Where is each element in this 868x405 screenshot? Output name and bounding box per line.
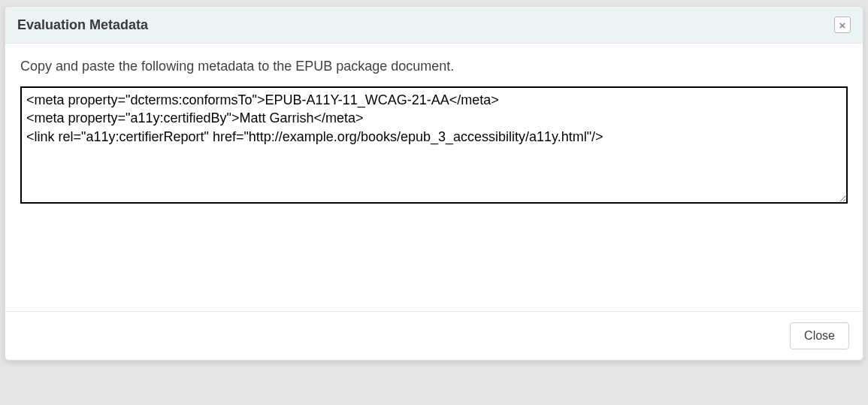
evaluation-metadata-dialog: Evaluation Metadata × Copy and paste the… <box>5 6 863 361</box>
dialog-header: Evaluation Metadata × <box>5 7 863 44</box>
metadata-textarea[interactable] <box>20 86 848 204</box>
close-button[interactable]: Close <box>790 322 849 349</box>
dialog-spacer <box>20 206 848 304</box>
dialog-footer: Close <box>5 311 863 360</box>
dialog-title: Evaluation Metadata <box>17 17 148 33</box>
close-icon[interactable]: × <box>834 17 851 33</box>
instruction-text: Copy and paste the following metadata to… <box>20 59 848 74</box>
dialog-body: Copy and paste the following metadata to… <box>5 44 863 311</box>
